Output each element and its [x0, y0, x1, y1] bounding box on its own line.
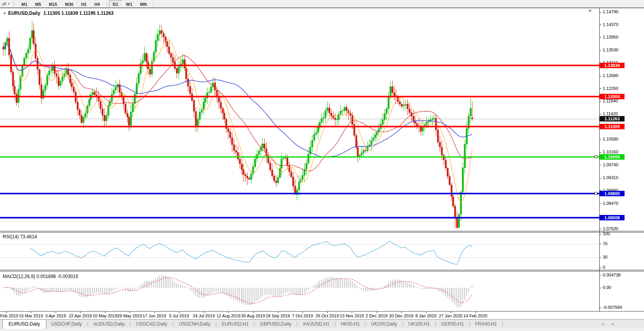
price-axis-label: 1.11840 [603, 99, 618, 103]
tab-scroll-arrows: ◄ ► [601, 322, 618, 326]
date-axis[interactable]: 25 Feb 201915 Mar 20193 Apr 201922 Apr 2… [0, 311, 644, 319]
chart-title: ▼ EURUSD,Daily 1.11305 1.11839 1.11195 1… [3, 11, 114, 16]
date-axis-tick [278, 312, 278, 313]
macd-indicator-label: MACD(12,26,9) 0.001896 -0.003015 [3, 274, 78, 279]
tab-scroll-left-icon[interactable]: ◄ [601, 322, 607, 326]
date-axis-label: 10 May 2019 [93, 313, 118, 318]
price-axis-tick [600, 152, 601, 153]
date-axis-tick [204, 312, 204, 313]
date-axis-label: 22 Apr 2019 [69, 313, 92, 318]
chart-tab-usdcad-daily[interactable]: USDCAD,Daily [131, 320, 172, 329]
price-level-badge: 1.12004 [600, 94, 625, 99]
date-axis-tick [377, 312, 377, 313]
arrange-arrows-icon[interactable]: ⇄ ▼ [2, 2, 10, 6]
chart-tab-xauusd-h1[interactable]: XAUUSD,H1 [298, 320, 335, 329]
date-axis-label: 30 Aug 2019 [241, 313, 265, 318]
status-strip [0, 329, 644, 331]
price-axis-tick [600, 50, 601, 51]
date-axis-tick [154, 312, 155, 313]
date-axis-label: 2 Dec 2019 [366, 313, 388, 318]
chart-tab-hk50-h1[interactable]: HK50,H1 [336, 320, 365, 329]
period-button-m15[interactable]: M15 [45, 0, 61, 7]
chart-tab-audusd-daily[interactable]: AUDUSD,Daily [88, 320, 130, 329]
price-chart-canvas[interactable] [0, 8, 599, 231]
date-axis-label: 15 Mar 2019 [19, 313, 43, 318]
price-axis-tick [600, 101, 601, 102]
price-axis-label: 1.09310 [603, 175, 618, 180]
level-line-handle[interactable] [595, 155, 597, 158]
period-button-mn[interactable]: MN [136, 0, 151, 7]
price-axis-label: 1.11420 [603, 111, 618, 116]
period-button-m1[interactable]: M1 [18, 0, 31, 7]
macd-axis-tick [600, 288, 601, 288]
price-axis-tick [600, 229, 601, 229]
date-axis-tick [179, 312, 179, 313]
period-button-m30[interactable]: M30 [61, 0, 77, 7]
period-button-d1[interactable]: D1 [109, 0, 122, 7]
chart-tab-ger30-h1[interactable]: GER30,H1 [436, 320, 469, 329]
date-axis-tick [56, 312, 56, 313]
period-button-h1[interactable]: H1 [77, 0, 90, 7]
level-line-handle[interactable] [595, 192, 597, 195]
price-level-badge: 1.11009 [600, 124, 625, 129]
period-button-w1[interactable]: W1 [122, 0, 137, 7]
period-button-m5[interactable]: M5 [31, 0, 45, 7]
chevron-down-icon: ▼ [7, 3, 10, 5]
date-axis-tick [352, 312, 352, 313]
rsi-axis-tick [600, 257, 601, 258]
price-axis-label: 1.10580 [603, 137, 618, 141]
toolbar-separator [106, 1, 107, 7]
macd-canvas[interactable] [0, 271, 599, 311]
chart-shift-marker[interactable] [588, 10, 592, 12]
price-axis-tick [600, 203, 601, 204]
price-axis-label: 1.14790 [603, 9, 618, 14]
period-button-h4[interactable]: H4 [90, 0, 104, 7]
chart-tab-eurusd-h1[interactable]: EURUSD,H1 [217, 320, 254, 329]
price-axis-label: 1.10160 [603, 150, 618, 154]
rsi-axis-tick [600, 268, 601, 268]
chart-tab-gbpusd-daily[interactable]: GBPUSD,Daily [255, 320, 297, 329]
macd-axis-tick [600, 308, 601, 308]
chart-tab-uk100-h1[interactable]: UK100,H1 [403, 320, 435, 329]
date-axis-label: 5 Jul 2019 [169, 313, 189, 318]
price-axis-tick [600, 25, 601, 25]
chart-tab-bar: EURUSD,DailyUSDCHF,Daily|AUDUSD,Daily|US… [0, 319, 644, 329]
tab-scroll-right-icon[interactable]: ► [611, 322, 618, 326]
toolbar: ⇄ ▼ M1M5M15M30H1H4D1W1MN [0, 0, 644, 8]
rsi-canvas[interactable] [0, 232, 599, 270]
price-axis-tick [600, 178, 601, 178]
date-axis-tick [302, 312, 303, 313]
macd-axis-label: 0.004738 [603, 273, 621, 277]
price-axis-label: 1.08470 [603, 201, 618, 206]
date-axis-tick [31, 312, 31, 313]
date-axis-tick [476, 312, 476, 313]
price-axis-label: 1.13950 [603, 35, 618, 39]
current-price-badge: 1.11263 [600, 116, 625, 121]
chart-ohlc-values: 1.11305 1.11839 1.11195 1.11263 [44, 11, 114, 16]
price-axis-tick [600, 76, 601, 76]
date-axis-label: 27 Jan 2020 [439, 313, 463, 318]
date-axis-tick [80, 312, 81, 313]
chart-symbol-period: EURUSD,Daily [8, 11, 40, 16]
price-level-badge: 1.13034 [600, 63, 625, 68]
date-axis-tick [105, 312, 105, 313]
price-level-badge: 1.10008 [600, 154, 625, 160]
price-axis-label: 1.09740 [603, 162, 618, 167]
price-axis-label: 1.12680 [603, 73, 618, 78]
price-axis-line[interactable] [599, 8, 600, 311]
rsi-indicator-label: RSI(14) 73.4614 [3, 234, 37, 239]
price-axis-tick [600, 88, 601, 89]
chart-tab-eurusd-daily[interactable]: EURUSD,Daily [2, 319, 46, 329]
chart-tab-uk100-daily[interactable]: UK100,Daily [366, 320, 402, 329]
chart-tab-fra40-h1[interactable]: FRA40,H1 [470, 320, 502, 329]
chart-tab-usdcnh-daily[interactable]: USDCNH,Daily [174, 320, 215, 329]
collapse-triangle-icon[interactable]: ▼ [3, 12, 6, 15]
chart-tab-usdchf-daily[interactable]: USDCHF,Daily [46, 320, 87, 329]
date-axis-label: 12 Aug 2019 [216, 313, 240, 318]
rsi-axis-tick [600, 244, 601, 244]
price-axis-label: 1.14370 [603, 22, 618, 27]
toolbar-grip[interactable] [13, 1, 15, 6]
date-axis-label: 17 Jun 2019 [142, 313, 166, 318]
macd-pane: MACD(12,26,9) 0.001896 -0.003015 [0, 271, 644, 311]
rsi-axis-label: 100 [603, 231, 610, 236]
